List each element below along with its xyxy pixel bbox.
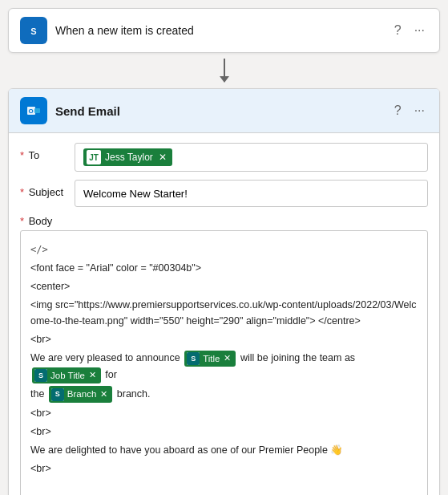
to-field-row: * To JT Jess Taylor ✕ — [20, 143, 428, 172]
branch-tag-icon: S — [51, 388, 64, 401]
send-email-actions: ? ··· — [391, 102, 428, 120]
title-tag[interactable]: S Title ✕ — [184, 351, 236, 367]
recipient-name: Jess Taylor — [105, 152, 153, 163]
trigger-title: When a new item is created — [55, 24, 383, 37]
arrow-head — [220, 76, 229, 83]
send-email-more-button[interactable]: ··· — [411, 102, 428, 120]
trigger-block: S When a new item is created ? ··· — [8, 8, 440, 53]
job-title-tag-remove[interactable]: ✕ — [89, 368, 96, 383]
send-email-header: O Send Email ? ··· — [9, 89, 439, 133]
form-body: * To JT Jess Taylor ✕ — [9, 133, 439, 495]
body-line-10: <br> — [30, 461, 418, 477]
branch-tag-remove[interactable]: ✕ — [100, 387, 107, 402]
subject-label: * Subject — [20, 180, 75, 198]
to-label: * To — [20, 143, 75, 161]
body-editor[interactable]: </> <font face = "Arial" color = "#00304… — [20, 230, 428, 495]
svg-text:S: S — [30, 26, 36, 36]
job-title-tag[interactable]: S Job Title ✕ — [32, 367, 101, 383]
job-title-tag-icon: S — [34, 369, 47, 382]
body-line-11 — [30, 479, 418, 495]
send-email-icon: O — [20, 97, 47, 124]
subject-field-row: * Subject Welcome New Starter! — [20, 180, 428, 207]
trigger-help-button[interactable]: ? — [391, 22, 405, 39]
main-container: S When a new item is created ? ··· O — [8, 8, 440, 495]
body-line-code: </> — [30, 241, 418, 258]
arrow-line — [224, 59, 225, 76]
subject-input[interactable]: Welcome New Starter! — [75, 180, 428, 207]
to-field: JT Jess Taylor ✕ — [83, 148, 172, 166]
body-line-4: <br> — [30, 331, 418, 347]
body-line-9: We are delighted to have you aboard as o… — [30, 442, 418, 458]
send-email-block: O Send Email ? ··· * To — [8, 88, 440, 495]
to-input[interactable]: JT Jess Taylor ✕ — [75, 143, 428, 172]
svg-rect-5 — [34, 108, 40, 113]
recipient-remove-button[interactable]: ✕ — [159, 152, 167, 163]
svg-text:O: O — [28, 108, 33, 115]
subject-value: Welcome New Starter! — [83, 188, 188, 200]
trigger-actions: ? ··· — [391, 22, 428, 39]
body-label: * Body — [20, 215, 428, 227]
title-tag-remove[interactable]: ✕ — [224, 351, 231, 366]
recipient-tag[interactable]: JT Jess Taylor ✕ — [83, 148, 172, 166]
body-field-wrap: * Body </> <font face = "Arial" color = … — [20, 215, 428, 495]
body-line-8: <br> — [30, 424, 418, 440]
send-email-title: Send Email — [55, 104, 383, 118]
body-line-2: <center> — [30, 278, 418, 294]
recipient-avatar: JT — [87, 150, 101, 164]
body-line-1: <font face = "Arial" color = "#00304b"> — [30, 260, 418, 276]
body-line-6: the S Branch ✕ branch. — [30, 386, 418, 403]
body-line-3: <img src="https://www.premiersupportserv… — [30, 297, 418, 329]
title-tag-icon: S — [187, 352, 200, 365]
trigger-icon: S — [20, 17, 47, 44]
body-line-5: We are very pleased to announce S Title … — [30, 350, 418, 383]
connector-arrow — [212, 55, 236, 87]
trigger-more-button[interactable]: ··· — [411, 22, 428, 39]
body-line-7: <br> — [30, 405, 418, 421]
branch-tag[interactable]: S Branch ✕ — [49, 386, 112, 402]
send-email-help-button[interactable]: ? — [391, 102, 405, 120]
